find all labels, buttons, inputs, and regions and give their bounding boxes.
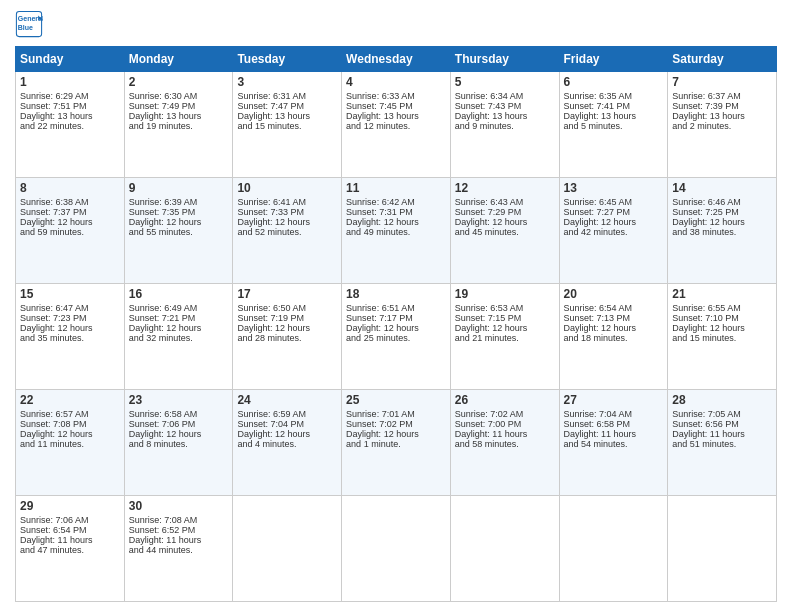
calendar-cell: 18Sunrise: 6:51 AMSunset: 7:17 PMDayligh…	[342, 284, 451, 390]
day-info-line: Daylight: 11 hours	[129, 535, 229, 545]
day-info-line: Sunset: 7:06 PM	[129, 419, 229, 429]
day-number: 14	[672, 181, 772, 195]
day-info-line: Sunrise: 6:51 AM	[346, 303, 446, 313]
day-info-line: and 28 minutes.	[237, 333, 337, 343]
day-number: 3	[237, 75, 337, 89]
calendar-cell: 2Sunrise: 6:30 AMSunset: 7:49 PMDaylight…	[124, 72, 233, 178]
day-info-line: Sunset: 7:45 PM	[346, 101, 446, 111]
day-info-line: Sunset: 6:56 PM	[672, 419, 772, 429]
day-info-line: Sunrise: 6:59 AM	[237, 409, 337, 419]
day-info-line: Daylight: 12 hours	[20, 323, 120, 333]
day-number: 10	[237, 181, 337, 195]
calendar-cell: 15Sunrise: 6:47 AMSunset: 7:23 PMDayligh…	[16, 284, 125, 390]
calendar-cell: 30Sunrise: 7:08 AMSunset: 6:52 PMDayligh…	[124, 496, 233, 602]
day-info-line: and 59 minutes.	[20, 227, 120, 237]
day-info-line: Sunrise: 7:06 AM	[20, 515, 120, 525]
day-info-line: and 52 minutes.	[237, 227, 337, 237]
calendar-cell: 27Sunrise: 7:04 AMSunset: 6:58 PMDayligh…	[559, 390, 668, 496]
day-info-line: and 2 minutes.	[672, 121, 772, 131]
day-info-line: Sunrise: 6:47 AM	[20, 303, 120, 313]
day-info-line: Sunset: 7:31 PM	[346, 207, 446, 217]
calendar-week-4: 22Sunrise: 6:57 AMSunset: 7:08 PMDayligh…	[16, 390, 777, 496]
day-number: 25	[346, 393, 446, 407]
calendar-cell: 25Sunrise: 7:01 AMSunset: 7:02 PMDayligh…	[342, 390, 451, 496]
day-info-line: Sunset: 7:10 PM	[672, 313, 772, 323]
day-number: 11	[346, 181, 446, 195]
day-info-line: Sunset: 7:08 PM	[20, 419, 120, 429]
day-info-line: Sunset: 7:29 PM	[455, 207, 555, 217]
day-info-line: Daylight: 12 hours	[455, 217, 555, 227]
day-number: 7	[672, 75, 772, 89]
day-header-sunday: Sunday	[16, 47, 125, 72]
day-info-line: Sunrise: 6:42 AM	[346, 197, 446, 207]
day-number: 21	[672, 287, 772, 301]
day-number: 12	[455, 181, 555, 195]
calendar-cell: 3Sunrise: 6:31 AMSunset: 7:47 PMDaylight…	[233, 72, 342, 178]
calendar-week-2: 8Sunrise: 6:38 AMSunset: 7:37 PMDaylight…	[16, 178, 777, 284]
calendar-cell	[342, 496, 451, 602]
day-info-line: and 25 minutes.	[346, 333, 446, 343]
day-info-line: Daylight: 12 hours	[237, 323, 337, 333]
day-info-line: Daylight: 13 hours	[672, 111, 772, 121]
day-info-line: Sunrise: 6:54 AM	[564, 303, 664, 313]
day-info-line: Sunrise: 6:46 AM	[672, 197, 772, 207]
calendar-cell: 1Sunrise: 6:29 AMSunset: 7:51 PMDaylight…	[16, 72, 125, 178]
day-info-line: Daylight: 12 hours	[129, 429, 229, 439]
day-info-line: Sunrise: 7:04 AM	[564, 409, 664, 419]
day-number: 13	[564, 181, 664, 195]
calendar-body: 1Sunrise: 6:29 AMSunset: 7:51 PMDaylight…	[16, 72, 777, 602]
calendar-cell: 19Sunrise: 6:53 AMSunset: 7:15 PMDayligh…	[450, 284, 559, 390]
day-info-line: Sunrise: 7:05 AM	[672, 409, 772, 419]
day-info-line: Daylight: 12 hours	[129, 323, 229, 333]
day-info-line: Sunset: 7:17 PM	[346, 313, 446, 323]
day-number: 16	[129, 287, 229, 301]
calendar-cell: 23Sunrise: 6:58 AMSunset: 7:06 PMDayligh…	[124, 390, 233, 496]
day-info-line: and 22 minutes.	[20, 121, 120, 131]
calendar-cell: 17Sunrise: 6:50 AMSunset: 7:19 PMDayligh…	[233, 284, 342, 390]
day-header-thursday: Thursday	[450, 47, 559, 72]
day-info-line: Daylight: 12 hours	[564, 217, 664, 227]
day-header-monday: Monday	[124, 47, 233, 72]
calendar-cell: 7Sunrise: 6:37 AMSunset: 7:39 PMDaylight…	[668, 72, 777, 178]
day-info-line: Sunset: 6:58 PM	[564, 419, 664, 429]
calendar-cell: 4Sunrise: 6:33 AMSunset: 7:45 PMDaylight…	[342, 72, 451, 178]
calendar-table: SundayMondayTuesdayWednesdayThursdayFrid…	[15, 46, 777, 602]
day-info-line: Sunset: 7:02 PM	[346, 419, 446, 429]
day-info-line: Daylight: 13 hours	[346, 111, 446, 121]
calendar-cell: 29Sunrise: 7:06 AMSunset: 6:54 PMDayligh…	[16, 496, 125, 602]
calendar-cell: 12Sunrise: 6:43 AMSunset: 7:29 PMDayligh…	[450, 178, 559, 284]
calendar-cell: 9Sunrise: 6:39 AMSunset: 7:35 PMDaylight…	[124, 178, 233, 284]
day-number: 6	[564, 75, 664, 89]
day-info-line: Daylight: 12 hours	[455, 323, 555, 333]
day-info-line: Sunrise: 6:35 AM	[564, 91, 664, 101]
calendar-header-row: SundayMondayTuesdayWednesdayThursdayFrid…	[16, 47, 777, 72]
calendar-cell: 14Sunrise: 6:46 AMSunset: 7:25 PMDayligh…	[668, 178, 777, 284]
logo-icon: General Blue	[15, 10, 43, 38]
day-info-line: Sunrise: 6:37 AM	[672, 91, 772, 101]
calendar-cell	[450, 496, 559, 602]
day-info-line: and 49 minutes.	[346, 227, 446, 237]
day-info-line: Daylight: 12 hours	[237, 429, 337, 439]
day-info-line: and 12 minutes.	[346, 121, 446, 131]
day-info-line: and 55 minutes.	[129, 227, 229, 237]
day-info-line: Daylight: 11 hours	[564, 429, 664, 439]
day-info-line: Daylight: 12 hours	[672, 323, 772, 333]
day-info-line: Daylight: 13 hours	[455, 111, 555, 121]
day-info-line: Sunrise: 7:08 AM	[129, 515, 229, 525]
day-info-line: and 21 minutes.	[455, 333, 555, 343]
day-info-line: Sunrise: 6:58 AM	[129, 409, 229, 419]
day-header-friday: Friday	[559, 47, 668, 72]
day-info-line: Daylight: 12 hours	[20, 217, 120, 227]
day-number: 26	[455, 393, 555, 407]
day-info-line: Sunrise: 6:53 AM	[455, 303, 555, 313]
day-info-line: Daylight: 12 hours	[129, 217, 229, 227]
day-info-line: and 4 minutes.	[237, 439, 337, 449]
day-info-line: and 42 minutes.	[564, 227, 664, 237]
calendar-cell	[233, 496, 342, 602]
day-number: 28	[672, 393, 772, 407]
day-info-line: and 32 minutes.	[129, 333, 229, 343]
day-info-line: and 54 minutes.	[564, 439, 664, 449]
day-number: 24	[237, 393, 337, 407]
day-number: 4	[346, 75, 446, 89]
calendar-cell: 22Sunrise: 6:57 AMSunset: 7:08 PMDayligh…	[16, 390, 125, 496]
